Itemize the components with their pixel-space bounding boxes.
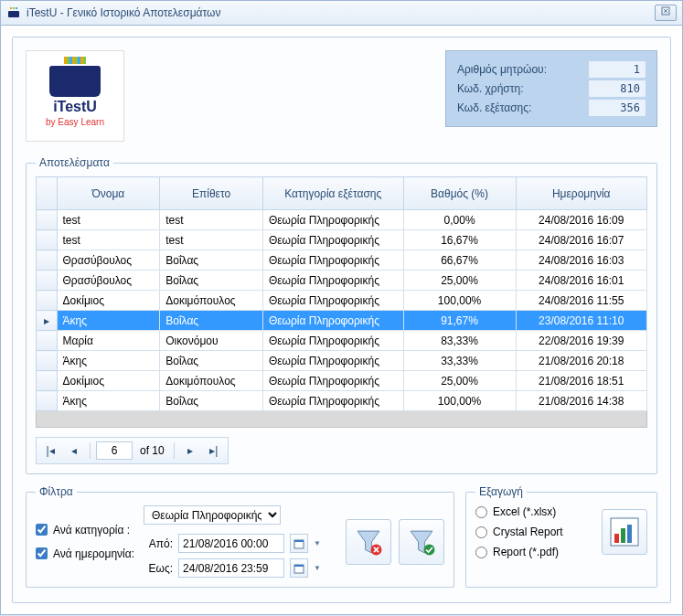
app-icon: [6, 5, 21, 20]
cell-grade: 25,00%: [403, 371, 516, 391]
cell-date: 23/08/2016 11:10: [516, 311, 646, 331]
cell-surname: Βοΐλας: [160, 311, 263, 331]
col-name[interactable]: Όνομα: [57, 177, 160, 210]
cell-date: 24/08/2016 16:01: [516, 271, 646, 291]
row-selector[interactable]: [37, 210, 58, 230]
svg-rect-0: [8, 11, 19, 17]
col-surname[interactable]: Επίθετο: [160, 177, 263, 210]
cell-category: Θεωρία Πληροφορικής: [262, 351, 403, 371]
to-date-picker-button[interactable]: [290, 558, 308, 578]
pager-current-input[interactable]: [96, 441, 133, 460]
table-row[interactable]: ΜαρίαΟικονόμουΘεωρία Πληροφορικής83,33%2…: [37, 331, 647, 351]
row-selector[interactable]: [37, 351, 58, 371]
cell-surname: Βοΐλας: [160, 351, 263, 371]
close-button[interactable]: [655, 5, 677, 21]
cell-name: Άκης: [57, 311, 160, 331]
cell-date: 24/08/2016 11:55: [516, 291, 646, 311]
by-category-checkbox[interactable]: [36, 524, 48, 536]
apply-filter-button[interactable]: [399, 519, 444, 565]
cell-grade: 16,67%: [403, 230, 516, 250]
table-row[interactable]: ΔοκίμιοςΔοκιμόπουλοςΘεωρία Πληροφορικής1…: [37, 291, 647, 311]
results-table[interactable]: Όνομα Επίθετο Κατηγορία εξέτασης Βαθμός …: [36, 176, 647, 428]
category-select[interactable]: Θεωρία Πληροφορικής: [144, 505, 281, 525]
export-crystal-radio[interactable]: [475, 526, 487, 538]
row-selector[interactable]: ▸: [37, 311, 58, 331]
cell-category: Θεωρία Πληροφορικής: [262, 291, 403, 311]
cell-category: Θεωρία Πληροφορικής: [262, 391, 403, 411]
to-date-dropdown[interactable]: ▼: [314, 564, 321, 572]
pager-prev-button[interactable]: ◂: [64, 441, 84, 460]
clear-filter-button[interactable]: [346, 519, 391, 565]
window-title: iTestU - Γενικό Ιστορικό Αποτελεσμάτων: [27, 6, 655, 19]
cell-date: 21/08/2016 18:51: [516, 371, 646, 391]
exam-code-value: 356: [589, 100, 646, 116]
pager-next-button[interactable]: ▸: [180, 441, 200, 460]
cell-date: 21/08/2016 20:18: [516, 351, 646, 371]
svg-rect-2: [13, 7, 15, 9]
export-group: Εξαγωγή Excel (*.xlsx) Crystal Report Re…: [465, 485, 657, 588]
by-date-checkbox[interactable]: [36, 547, 48, 559]
cell-name: Θρασύβουλος: [57, 250, 160, 271]
svg-rect-1: [10, 7, 12, 9]
pager-of-text: of 10: [140, 444, 165, 457]
table-row[interactable]: ▸ΆκηςΒοΐλαςΘεωρία Πληροφορικής91,67%23/0…: [37, 311, 647, 331]
from-date-input[interactable]: [178, 534, 284, 553]
svg-rect-16: [627, 525, 632, 543]
table-row[interactable]: ΆκηςΒοΐλαςΘεωρία Πληροφορικής100,00%21/0…: [37, 391, 647, 411]
pager-first-button[interactable]: |◂: [40, 441, 60, 460]
export-legend: Εξαγωγή: [475, 485, 527, 498]
col-rowselector[interactable]: [37, 177, 58, 210]
cell-surname: Δοκιμόπουλος: [160, 371, 263, 391]
cell-name: test: [57, 210, 160, 230]
cell-surname: Δοκιμόπουλος: [160, 291, 263, 311]
from-date-picker-button[interactable]: [290, 534, 308, 553]
results-group: Αποτελέσματα Όνομα Επίθετο Κατηγορία εξέ…: [26, 156, 657, 474]
table-row[interactable]: testtestΘεωρία Πληροφορικής0,00%24/08/20…: [37, 210, 647, 230]
cell-grade: 25,00%: [403, 271, 516, 291]
cell-category: Θεωρία Πληροφορικής: [262, 331, 403, 351]
cell-category: Θεωρία Πληροφορικής: [262, 311, 403, 331]
cell-name: Μαρία: [57, 331, 160, 351]
table-row[interactable]: ΘρασύβουλοςΒοΐλαςΘεωρία Πληροφορικής66,6…: [37, 250, 647, 271]
svg-rect-14: [614, 534, 619, 543]
row-selector[interactable]: [37, 371, 58, 391]
export-run-button[interactable]: [602, 509, 647, 555]
row-selector[interactable]: [37, 271, 58, 291]
table-row[interactable]: testtestΘεωρία Πληροφορικής16,67%24/08/2…: [37, 230, 647, 250]
cell-category: Θεωρία Πληροφορικής: [262, 371, 403, 391]
cell-name: Δοκίμιος: [57, 371, 160, 391]
to-date-input[interactable]: [178, 558, 284, 578]
from-label: Από:: [144, 537, 173, 550]
from-date-dropdown[interactable]: ▼: [314, 539, 321, 547]
col-date[interactable]: Ημερομηνία: [516, 177, 646, 210]
by-category-label: Ανά κατηγορία :: [53, 524, 130, 536]
row-selector[interactable]: [37, 331, 58, 351]
row-selector[interactable]: [37, 230, 58, 250]
table-row[interactable]: ΔοκίμιοςΔοκιμόπουλοςΘεωρία Πληροφορικής2…: [37, 371, 647, 391]
cell-name: test: [57, 230, 160, 250]
cell-category: Θεωρία Πληροφορικής: [262, 210, 403, 230]
user-code-label: Κωδ. χρήστη:: [457, 82, 524, 95]
cell-grade: 91,67%: [403, 311, 516, 331]
row-selector[interactable]: [37, 250, 58, 271]
filters-group: Φίλτρα Ανά κατηγορία : Ανά ημερομηνία:: [26, 485, 454, 588]
cell-date: 22/08/2016 19:39: [516, 331, 646, 351]
export-pdf-radio[interactable]: [475, 547, 487, 558]
cell-surname: Βοΐλας: [160, 391, 263, 411]
row-selector[interactable]: [37, 291, 58, 311]
cell-category: Θεωρία Πληροφορικής: [262, 230, 403, 250]
cell-surname: Οικονόμου: [160, 331, 263, 351]
table-row[interactable]: ΆκηςΒοΐλαςΘεωρία Πληροφορικής33,33%21/08…: [37, 351, 647, 371]
cell-name: Άκης: [57, 391, 160, 411]
col-grade[interactable]: Βαθμός (%): [403, 177, 516, 210]
results-legend: Αποτελέσματα: [36, 156, 113, 169]
row-selector[interactable]: [37, 391, 58, 411]
table-row[interactable]: ΘρασύβουλοςΒοΐλαςΘεωρία Πληροφορικής25,0…: [37, 271, 647, 291]
cell-name: Άκης: [57, 351, 160, 371]
export-excel-radio[interactable]: [475, 506, 487, 518]
svg-rect-8: [294, 540, 304, 542]
pager-last-button[interactable]: ▸|: [204, 441, 224, 460]
exam-code-label: Κωδ. εξέτασης:: [457, 101, 531, 114]
col-category[interactable]: Κατηγορία εξέτασης: [262, 177, 403, 210]
to-label: Εως:: [144, 562, 173, 575]
